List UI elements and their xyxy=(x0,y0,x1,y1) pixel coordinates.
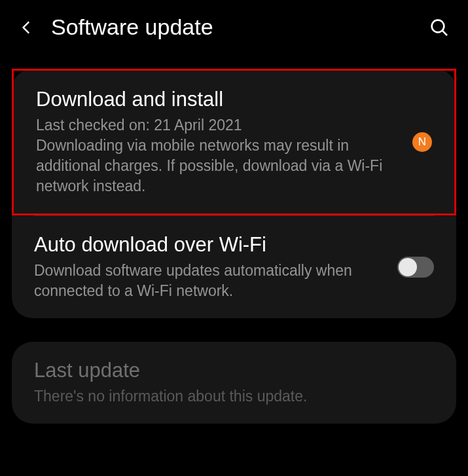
download-install-item[interactable]: Download and install Last checked on: 21… xyxy=(12,69,456,215)
auto-download-toggle[interactable] xyxy=(397,257,434,278)
toggle-knob xyxy=(399,258,417,276)
download-install-title: Download and install xyxy=(36,88,399,111)
auto-download-text: Auto download over Wi-Fi Download softwa… xyxy=(34,233,384,301)
auto-download-desc: Download software updates automatically … xyxy=(34,261,384,301)
settings-card-main: Download and install Last checked on: 21… xyxy=(12,69,456,318)
content: Download and install Last checked on: 21… xyxy=(0,54,468,424)
last-update-desc: There's no information about this update… xyxy=(34,386,434,407)
auto-download-title: Auto download over Wi-Fi xyxy=(34,233,384,257)
page-title: Software update xyxy=(51,14,413,40)
settings-card-last: Last update There's no information about… xyxy=(12,342,456,424)
download-install-text: Download and install Last checked on: 21… xyxy=(36,88,399,196)
last-update-title: Last update xyxy=(34,359,434,382)
new-badge: N xyxy=(412,132,432,152)
last-update-item[interactable]: Last update There's no information about… xyxy=(12,342,456,424)
svg-point-0 xyxy=(432,20,444,32)
last-update-text: Last update There's no information about… xyxy=(34,359,434,407)
header: Software update xyxy=(0,0,468,54)
auto-download-item[interactable]: Auto download over Wi-Fi Download softwa… xyxy=(12,216,456,318)
svg-line-1 xyxy=(442,30,447,35)
search-icon[interactable] xyxy=(429,17,450,38)
download-install-desc: Last checked on: 21 April 2021 Downloadi… xyxy=(36,115,399,196)
back-icon[interactable] xyxy=(18,19,35,36)
